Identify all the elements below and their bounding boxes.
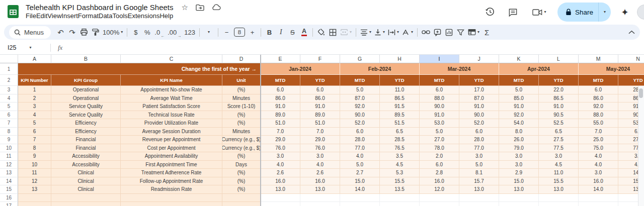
menu-data[interactable]: Data	[99, 12, 112, 20]
empty-cell[interactable]	[499, 194, 539, 202]
name-box-caret-icon[interactable]: ▾	[29, 46, 31, 50]
row-number[interactable]: 13	[0, 169, 18, 177]
cell-unit[interactable]: Days	[222, 161, 261, 169]
decrease-font-size-button[interactable]: −	[221, 26, 232, 38]
column-header-K[interactable]: K	[499, 55, 539, 63]
month-header-cell[interactable]: Jan-2024	[261, 63, 340, 75]
comments-icon[interactable]	[503, 3, 523, 21]
formula-input[interactable]	[62, 41, 644, 54]
cell-kpi-number[interactable]: 6	[18, 128, 51, 136]
banner-cell[interactable]: Change the first of the year →	[18, 63, 261, 75]
subheader-cell[interactable]: YTD	[459, 75, 499, 86]
cell-value[interactable]: 77.5	[539, 144, 579, 153]
column-header-B[interactable]: B	[51, 55, 121, 63]
insert-link-button[interactable]	[420, 26, 432, 38]
empty-cell[interactable]	[261, 202, 300, 206]
cell-value[interactable]: 5.0	[340, 86, 380, 94]
menu-format[interactable]: Format	[78, 12, 99, 20]
cell-kpi-number[interactable]: 2	[18, 94, 51, 103]
empty-cell[interactable]	[539, 202, 579, 206]
format-percent-button[interactable]: %	[141, 26, 153, 38]
empty-cell[interactable]	[121, 202, 222, 206]
row-number[interactable]: 3	[0, 86, 18, 94]
cell-kpi-name[interactable]: Provider Utilization Rate	[121, 119, 222, 128]
month-header-cell[interactable]: Mar-2024	[420, 63, 499, 75]
cell-kpi-number[interactable]: 7	[18, 136, 51, 144]
frozen-columns-divider[interactable]	[260, 55, 261, 206]
cell-value[interactable]: 79.0	[499, 144, 539, 153]
avatar[interactable]	[637, 5, 644, 20]
cell-value[interactable]: 6.0	[340, 128, 380, 136]
cell-value[interactable]: 11.0	[539, 169, 579, 177]
cell-value[interactable]: 17.0	[459, 86, 499, 94]
empty-cell[interactable]	[51, 194, 121, 202]
cell-unit[interactable]: Score (1-10)	[222, 102, 261, 111]
cell-value[interactable]: 6.0	[300, 86, 340, 94]
cell-value[interactable]: 6.0	[420, 86, 459, 94]
cell-value[interactable]: 2.6	[261, 169, 300, 177]
cell-value[interactable]: 8.0	[499, 128, 539, 136]
cell-kpi-number[interactable]: 8	[18, 144, 51, 153]
cell-unit[interactable]: (%)	[222, 169, 261, 177]
empty-cell[interactable]	[340, 194, 380, 202]
subheader-cell[interactable]: MTD	[340, 75, 380, 86]
column-header-C[interactable]: C	[121, 55, 222, 63]
cell-value[interactable]: 52.0	[459, 119, 499, 128]
cell-value[interactable]: 4.5	[539, 161, 579, 169]
cell-kpi-name[interactable]: Appointment No-show Rate	[121, 86, 222, 94]
cell-kpi-name[interactable]: Patient Satisfaction Score	[121, 102, 222, 111]
cell-kpi-name[interactable]: Treatment Adherence Rate	[121, 169, 222, 177]
empty-cell[interactable]	[340, 202, 380, 206]
cell-value[interactable]: 91.5	[380, 102, 420, 111]
cell-value[interactable]: 16.0	[579, 177, 618, 186]
sheets-logo-icon[interactable]	[6, 5, 20, 19]
cell-kpi-group[interactable]: Efficiency	[51, 128, 121, 136]
kpi-header-cell[interactable]: KPI Name	[121, 75, 222, 86]
corner-cell[interactable]	[0, 55, 18, 63]
row-number[interactable]: 16	[0, 194, 18, 202]
cell-kpi-name[interactable]: First Appointment Time	[121, 161, 222, 169]
kpi-header-cell[interactable]: Unit	[222, 75, 261, 86]
cell-kpi-name[interactable]: Cost per Appointment	[121, 144, 222, 153]
text-wrap-button[interactable]: ▾	[386, 26, 400, 38]
row-number[interactable]: 17	[0, 202, 18, 206]
cloud-status-icon[interactable]	[212, 4, 221, 11]
cell-kpi-group[interactable]: Service Quality	[51, 111, 121, 120]
cell-value[interactable]: 88.0	[420, 94, 459, 103]
scrollbar-thumb[interactable]	[639, 88, 643, 98]
cell-unit[interactable]: Minutes	[222, 94, 261, 103]
increase-font-size-button[interactable]: +	[247, 26, 258, 38]
format-currency-button[interactable]: $	[130, 26, 141, 38]
version-history-icon[interactable]	[480, 3, 500, 21]
decrease-decimal-button[interactable]: .0←	[153, 26, 166, 38]
cell-value[interactable]: 89.0	[261, 111, 300, 120]
empty-cell[interactable]	[459, 202, 499, 206]
name-box[interactable]: I25 ▾	[0, 44, 46, 51]
menu-tools[interactable]: Tools	[112, 12, 127, 20]
star-icon[interactable]: ☆	[182, 4, 188, 11]
cell-kpi-group[interactable]: Financial	[51, 144, 121, 153]
column-header-F[interactable]: F	[300, 55, 340, 63]
cell-value[interactable]: 55.0	[579, 119, 618, 128]
column-header-N[interactable]: N	[618, 55, 644, 63]
text-color-button[interactable]: A	[298, 26, 310, 38]
cell-value[interactable]: 5.0	[499, 86, 539, 94]
kpi-header-cell[interactable]: KPI Number	[18, 75, 51, 86]
month-header-cell[interactable]: Apr-2024	[499, 63, 579, 75]
cell-value[interactable]: 15.7	[459, 177, 499, 186]
cell-kpi-group[interactable]: Clinical	[51, 177, 121, 186]
cell-value[interactable]: 5.0	[459, 161, 499, 169]
cell-value[interactable]: 27.0	[420, 136, 459, 144]
empty-cell[interactable]	[18, 194, 51, 202]
empty-cell[interactable]	[380, 194, 420, 202]
month-header-cell[interactable]: Feb-2024	[340, 63, 420, 75]
font-select[interactable]: ▾	[202, 26, 215, 38]
empty-cell[interactable]	[222, 194, 261, 202]
row-number[interactable]: 6	[0, 111, 18, 120]
cell-unit[interactable]: (%)	[222, 185, 261, 194]
cell-value[interactable]: 4.0	[300, 161, 340, 169]
cell-value[interactable]: 4.5	[380, 161, 420, 169]
column-header-G[interactable]: G	[340, 55, 380, 63]
cell-value[interactable]: 86.0	[261, 94, 300, 103]
cell-value[interactable]: 86.0	[579, 94, 618, 103]
